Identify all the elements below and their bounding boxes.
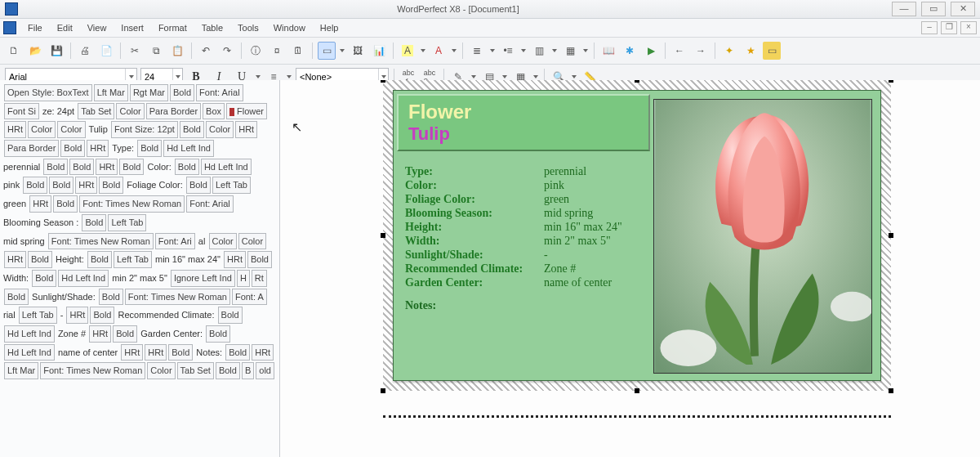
dictionary-button[interactable]: 📖 xyxy=(599,42,617,60)
table-button[interactable]: ▦ xyxy=(561,42,579,60)
resize-handle-br[interactable] xyxy=(889,388,893,393)
reveal-code[interactable]: Bold xyxy=(49,177,74,194)
reveal-code[interactable]: Font: Arial xyxy=(186,195,234,213)
find-button[interactable]: ⓘ xyxy=(247,42,265,60)
special-char-button[interactable]: ¤ xyxy=(268,42,286,60)
chart-button[interactable]: 📊 xyxy=(370,42,388,60)
reveal-code[interactable]: Bold xyxy=(82,214,106,231)
menu-format[interactable]: Format xyxy=(152,21,194,34)
highlight-dropdown[interactable] xyxy=(420,43,426,59)
doc-close-button[interactable]: × xyxy=(960,21,977,34)
reveal-code[interactable]: Font Si xyxy=(4,103,39,120)
reveal-code[interactable]: Lft Mar xyxy=(4,362,38,379)
bullets-button[interactable]: •≡ xyxy=(499,42,517,60)
reveal-code[interactable]: Open Style: BoxText xyxy=(4,84,92,101)
reveal-code[interactable]: Color xyxy=(57,121,85,138)
new-button[interactable]: 🗋 xyxy=(5,42,23,60)
reveal-insertion-point[interactable]: Flower xyxy=(226,103,267,120)
maximize-button[interactable]: ▭ xyxy=(921,2,946,16)
reveal-code[interactable]: HRt xyxy=(4,121,26,138)
reveal-code[interactable]: Bold xyxy=(32,270,56,287)
reveal-code[interactable]: HRt xyxy=(4,251,26,268)
reveal-codes-panel[interactable]: Open Style: BoxTextLft MarRgt MarBoldFon… xyxy=(0,80,280,457)
save-button[interactable]: 💾 xyxy=(47,42,65,60)
reveal-code[interactable]: HRt xyxy=(145,344,167,361)
reveal-code[interactable]: Hd Left Ind xyxy=(4,325,55,343)
document-area[interactable]: ↖ Flower Tulip xyxy=(280,80,980,457)
reveal-code[interactable]: Bold xyxy=(218,307,243,324)
reveal-code[interactable]: Font: A xyxy=(232,289,267,306)
publish-pdf-button[interactable]: 📄 xyxy=(97,42,115,60)
reveal-code[interactable]: Tab Set xyxy=(177,362,214,379)
reveal-code[interactable]: Bold xyxy=(23,177,47,194)
perfect-expert-button[interactable]: ✦ xyxy=(720,42,738,60)
reveal-code[interactable]: Font: Times New Roman xyxy=(48,233,154,250)
columns-dropdown[interactable] xyxy=(551,43,558,59)
reveal-code[interactable]: old xyxy=(256,362,274,379)
reveal-code[interactable]: HRt xyxy=(96,159,118,176)
reveal-code[interactable]: Font: Times New Roman xyxy=(79,195,185,213)
menu-tools[interactable]: Tools xyxy=(231,21,265,34)
resize-handle-tl[interactable] xyxy=(381,80,385,83)
reveal-code[interactable]: Bold xyxy=(87,251,112,268)
text-box-object[interactable]: Flower Tulip Type:perennialColor:pinkFol… xyxy=(383,80,891,391)
highlight-button[interactable]: A xyxy=(399,42,416,60)
reveal-code[interactable]: Bold xyxy=(247,251,272,268)
reveal-code[interactable]: HRt xyxy=(89,325,111,343)
reveal-code[interactable]: HRt xyxy=(29,195,51,213)
resize-handle-bm[interactable] xyxy=(635,388,639,393)
reveal-code[interactable]: Tab Set xyxy=(78,103,114,120)
reveal-code[interactable]: Hd Left Ind xyxy=(4,344,55,361)
reveal-code[interactable]: Bold xyxy=(99,289,123,306)
reveal-code[interactable]: Box xyxy=(203,103,225,120)
numbering-dropdown[interactable] xyxy=(489,43,496,59)
reveal-code[interactable]: HRt xyxy=(87,140,109,157)
favorite-button[interactable]: ★ xyxy=(742,42,760,60)
resize-handle-tm[interactable] xyxy=(635,80,639,83)
paste-button[interactable]: 📋 xyxy=(168,42,186,60)
reveal-code[interactable]: Bold xyxy=(69,159,94,176)
numbering-button[interactable]: ≣ xyxy=(468,42,486,60)
menu-file[interactable]: File xyxy=(21,21,49,34)
reveal-code[interactable]: Bold xyxy=(170,84,194,101)
table-dropdown[interactable] xyxy=(582,43,589,59)
reveal-code[interactable]: Ignore Left Ind xyxy=(171,270,235,287)
reveal-code[interactable]: Hd Left Ind xyxy=(58,270,109,287)
reveal-code[interactable]: HRt xyxy=(252,344,274,361)
reveal-code[interactable]: Bold xyxy=(43,159,68,176)
close-button[interactable]: ✕ xyxy=(951,2,975,16)
reveal-code[interactable]: Font: Times New Roman xyxy=(40,362,145,379)
reveal-code[interactable]: Para Border xyxy=(146,103,201,120)
reveal-code[interactable]: Font: Times New Roman xyxy=(125,289,230,306)
reveal-code[interactable]: B xyxy=(242,362,254,379)
text-box-dropdown[interactable] xyxy=(339,43,345,59)
reveal-code[interactable]: Bold xyxy=(119,159,144,176)
snowflake-button[interactable]: ✱ xyxy=(621,42,639,60)
resize-handle-ml[interactable] xyxy=(381,233,385,238)
reveal-code[interactable]: Rgt Mar xyxy=(130,84,168,101)
macro-play-button[interactable]: ▶ xyxy=(642,42,660,60)
reveal-code[interactable]: Bold xyxy=(225,344,250,361)
menu-edit[interactable]: Edit xyxy=(51,21,79,34)
reveal-code[interactable]: Font: Arial xyxy=(196,84,243,101)
reveal-code[interactable]: Font Size: 12pt xyxy=(111,121,178,138)
reveal-code[interactable]: Bold xyxy=(175,159,199,176)
reveal-code[interactable]: Bold xyxy=(137,140,162,157)
menu-view[interactable]: View xyxy=(81,21,114,34)
text-box-button[interactable]: ▭ xyxy=(318,42,336,60)
reveal-code[interactable]: Para Border xyxy=(4,140,59,157)
reveal-code[interactable]: Color xyxy=(206,121,234,138)
reveal-code[interactable]: H xyxy=(237,270,250,287)
resize-handle-tr[interactable] xyxy=(889,80,893,83)
image-button[interactable]: 🖼 xyxy=(349,42,367,60)
reveal-code[interactable]: HRt xyxy=(224,251,246,268)
reveal-code[interactable]: Bold xyxy=(206,325,230,343)
reveal-code[interactable]: Color xyxy=(116,103,144,120)
reveal-code[interactable]: Bold xyxy=(186,177,211,194)
reveal-code[interactable]: Bold xyxy=(53,195,78,213)
reveal-code[interactable]: Left Tab xyxy=(19,307,57,324)
cut-button[interactable]: ✂ xyxy=(126,42,144,60)
reveal-code[interactable]: HRt xyxy=(235,121,257,138)
undo-button[interactable]: ↶ xyxy=(197,42,215,60)
reveal-code[interactable]: HRt xyxy=(121,344,143,361)
